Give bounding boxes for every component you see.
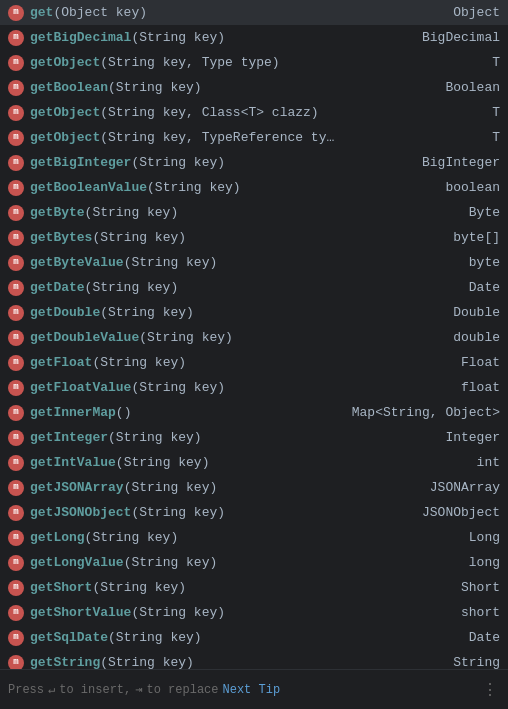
- method-params: (String key): [108, 625, 202, 650]
- list-item[interactable]: mgetInteger(String key)Integer: [0, 425, 508, 450]
- method-name: getBigDecimal: [30, 25, 131, 50]
- method-name: getJSONArray: [30, 475, 124, 500]
- method-return: BigDecimal: [402, 25, 500, 50]
- method-name: getShort: [30, 575, 92, 600]
- list-item[interactable]: mgetLongValue(String key)long: [0, 550, 508, 575]
- method-name: getObject: [30, 125, 100, 150]
- method-params: (String key): [92, 575, 186, 600]
- method-params: (String key, Type type): [100, 50, 279, 75]
- method-name: get: [30, 0, 53, 25]
- method-params: (String key): [124, 475, 218, 500]
- method-params: (String key): [147, 175, 241, 200]
- method-params: (String key): [85, 200, 179, 225]
- list-item[interactable]: mget(Object key)Object: [0, 0, 508, 25]
- method-icon: m: [8, 605, 24, 621]
- list-item[interactable]: mgetObject(String key, Type type)T: [0, 50, 508, 75]
- insert-key: ↵: [48, 682, 55, 697]
- method-return: T: [472, 50, 500, 75]
- method-name: getFloatValue: [30, 375, 131, 400]
- list-item[interactable]: mgetInnerMap()Map<String, Object>: [0, 400, 508, 425]
- list-item[interactable]: mgetObject(String key, TypeReference ty……: [0, 125, 508, 150]
- method-icon: m: [8, 405, 24, 421]
- method-return: BigInteger: [402, 150, 500, 175]
- method-return: String: [433, 650, 500, 669]
- method-params: (String key): [131, 25, 225, 50]
- method-icon: m: [8, 330, 24, 346]
- insert-label: to insert,: [59, 683, 131, 697]
- list-item[interactable]: mgetByteValue(String key)byte: [0, 250, 508, 275]
- list-item[interactable]: mgetFloatValue(String key)float: [0, 375, 508, 400]
- method-icon: m: [8, 430, 24, 446]
- method-icon: m: [8, 55, 24, 71]
- method-return: float: [441, 375, 500, 400]
- method-icon: m: [8, 655, 24, 670]
- method-icon: m: [8, 230, 24, 246]
- method-params: (String key, TypeReference ty…: [100, 125, 334, 150]
- method-icon: m: [8, 130, 24, 146]
- method-params: (String key): [100, 300, 194, 325]
- method-params: (String key): [108, 425, 202, 450]
- list-item[interactable]: mgetBoolean(String key)Boolean: [0, 75, 508, 100]
- replace-key: ⇥: [135, 682, 142, 697]
- list-item[interactable]: mgetIntValue(String key)int: [0, 450, 508, 475]
- method-return: T: [472, 125, 500, 150]
- method-icon: m: [8, 530, 24, 546]
- status-bar: Press ↵ to insert, ⇥ to replace Next Tip…: [0, 669, 508, 709]
- method-name: getSqlDate: [30, 625, 108, 650]
- method-name: getFloat: [30, 350, 92, 375]
- list-item[interactable]: mgetJSONObject(String key)JSONObject: [0, 500, 508, 525]
- list-item[interactable]: mgetBooleanValue(String key)boolean: [0, 175, 508, 200]
- method-name: getJSONObject: [30, 500, 131, 525]
- list-item[interactable]: mgetJSONArray(String key)JSONArray: [0, 475, 508, 500]
- method-params: (String key): [108, 75, 202, 100]
- list-item[interactable]: mgetFloat(String key)Float: [0, 350, 508, 375]
- list-item[interactable]: mgetBytes(String key)byte[]: [0, 225, 508, 250]
- list-item[interactable]: mgetDate(String key)Date: [0, 275, 508, 300]
- method-name: getDate: [30, 275, 85, 300]
- list-item[interactable]: mgetLong(String key)Long: [0, 525, 508, 550]
- list-item[interactable]: mgetObject(String key, Class<T> clazz)T: [0, 100, 508, 125]
- method-name: getBytes: [30, 225, 92, 250]
- method-icon: m: [8, 255, 24, 271]
- list-item[interactable]: mgetShort(String key)Short: [0, 575, 508, 600]
- method-return: Boolean: [425, 75, 500, 100]
- list-item[interactable]: mgetDoubleValue(String key)double: [0, 325, 508, 350]
- method-icon: m: [8, 305, 24, 321]
- method-name: getString: [30, 650, 100, 669]
- replace-label: to replace: [147, 683, 219, 697]
- method-name: getInnerMap: [30, 400, 116, 425]
- method-return: JSONObject: [402, 500, 500, 525]
- list-item[interactable]: mgetString(String key)String: [0, 650, 508, 669]
- method-params: (): [116, 400, 132, 425]
- autocomplete-list: mget(Object key)ObjectmgetBigDecimal(Str…: [0, 0, 508, 669]
- method-params: (String key): [131, 375, 225, 400]
- list-item[interactable]: mgetBigInteger(String key)BigInteger: [0, 150, 508, 175]
- list-item[interactable]: mgetShortValue(String key)short: [0, 600, 508, 625]
- method-params: (String key): [85, 275, 179, 300]
- list-item[interactable]: mgetSqlDate(String key)Date: [0, 625, 508, 650]
- method-return: Byte: [449, 200, 500, 225]
- more-options-icon[interactable]: ⋮: [482, 680, 500, 700]
- next-tip-link[interactable]: Next Tip: [223, 683, 281, 697]
- method-return: Date: [449, 275, 500, 300]
- method-icon: m: [8, 380, 24, 396]
- method-name: getObject: [30, 100, 100, 125]
- method-name: getLongValue: [30, 550, 124, 575]
- method-params: (String key): [100, 650, 194, 669]
- method-name: getByteValue: [30, 250, 124, 275]
- method-name: getDoubleValue: [30, 325, 139, 350]
- list-item[interactable]: mgetByte(String key)Byte: [0, 200, 508, 225]
- method-params: (String key, Class<T> clazz): [100, 100, 318, 125]
- list-item[interactable]: mgetBigDecimal(String key)BigDecimal: [0, 25, 508, 50]
- method-params: (String key): [116, 450, 210, 475]
- method-name: getByte: [30, 200, 85, 225]
- method-params: (Object key): [53, 0, 147, 25]
- method-return: double: [433, 325, 500, 350]
- method-return: T: [472, 100, 500, 125]
- method-params: (String key): [131, 600, 225, 625]
- method-params: (String key): [131, 500, 225, 525]
- method-return: byte[]: [433, 225, 500, 250]
- method-icon: m: [8, 505, 24, 521]
- method-name: getShortValue: [30, 600, 131, 625]
- list-item[interactable]: mgetDouble(String key)Double: [0, 300, 508, 325]
